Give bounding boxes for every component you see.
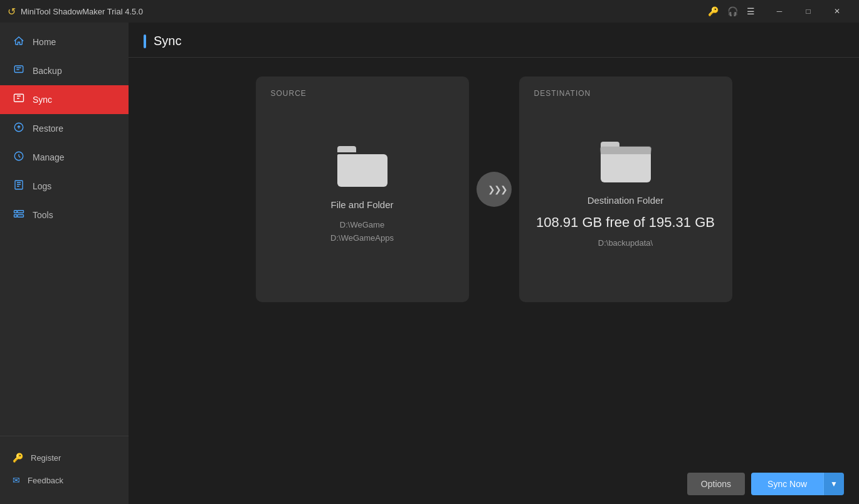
key-icon[interactable]: 🔑 bbox=[708, 6, 719, 16]
titlebar: ↺ MiniTool ShadowMaker Trial 4.5.0 🔑 🎧 ☰… bbox=[0, 0, 859, 23]
maximize-button[interactable]: □ bbox=[794, 0, 823, 23]
sidebar-nav: Home Backup Sync Restore bbox=[0, 23, 129, 436]
headphone-icon[interactable]: 🎧 bbox=[727, 6, 738, 16]
sync-now-group: Sync Now ▼ bbox=[751, 473, 844, 495]
sync-icon bbox=[13, 93, 25, 107]
titlebar-icons: 🔑 🎧 ☰ bbox=[708, 6, 755, 16]
sidebar-label-manage: Manage bbox=[33, 152, 65, 162]
destination-folder-icon bbox=[601, 142, 651, 182]
source-card[interactable]: SOURCE File and Folder D:\WeGame D:\WeGa… bbox=[256, 76, 469, 302]
source-label: SOURCE bbox=[271, 89, 307, 98]
sync-arrow: ❯❯❯ bbox=[469, 76, 519, 302]
destination-path: D:\backupdata\ bbox=[598, 237, 653, 250]
sidebar-label-backup: Backup bbox=[33, 66, 62, 76]
arrow-circle: ❯❯❯ bbox=[477, 172, 512, 207]
sidebar-label-sync: Sync bbox=[33, 95, 52, 105]
minimize-button[interactable]: ─ bbox=[765, 0, 794, 23]
restore-icon bbox=[13, 122, 25, 135]
content-area: Sync SOURCE File and Folder D:\WeGame D:… bbox=[129, 23, 859, 504]
close-button[interactable]: ✕ bbox=[823, 0, 851, 23]
header-accent bbox=[144, 34, 146, 48]
destination-label: DESTINATION bbox=[534, 89, 591, 98]
backup-icon bbox=[13, 64, 25, 78]
sidebar-item-backup[interactable]: Backup bbox=[0, 56, 129, 85]
source-main-text: File and Folder bbox=[330, 199, 393, 210]
svg-rect-6 bbox=[14, 215, 18, 218]
page-title: Sync bbox=[154, 34, 181, 48]
menu-icon[interactable]: ☰ bbox=[747, 6, 755, 16]
arrow-symbol: ❯❯❯ bbox=[485, 184, 507, 194]
sidebar: Home Backup Sync Restore bbox=[0, 23, 129, 504]
sync-body: SOURCE File and Folder D:\WeGame D:\WeGa… bbox=[129, 58, 859, 464]
app-logo-icon: ↺ bbox=[8, 6, 16, 18]
sidebar-bottom: 🔑 Register ✉ Feedback bbox=[0, 436, 129, 504]
tools-icon bbox=[13, 208, 25, 222]
footer: Options Sync Now ▼ bbox=[129, 464, 859, 504]
sidebar-item-restore[interactable]: Restore bbox=[0, 114, 129, 143]
sidebar-label-home: Home bbox=[33, 37, 56, 47]
source-paths: D:\WeGame D:\WeGameApps bbox=[330, 219, 394, 245]
sidebar-item-register[interactable]: 🔑 Register bbox=[0, 446, 129, 469]
sidebar-item-feedback[interactable]: ✉ Feedback bbox=[0, 469, 129, 491]
svg-rect-1 bbox=[14, 94, 24, 102]
sidebar-item-sync[interactable]: Sync bbox=[0, 85, 129, 114]
options-button[interactable]: Options bbox=[687, 473, 745, 495]
destination-main-text: Destination Folder bbox=[588, 195, 664, 206]
window-controls: ─ □ ✕ bbox=[765, 0, 851, 23]
app-title: MiniTool ShadowMaker Trial 4.5.0 bbox=[21, 7, 708, 16]
sidebar-item-home[interactable]: Home bbox=[0, 28, 129, 56]
sidebar-item-logs[interactable]: Logs bbox=[0, 172, 129, 201]
destination-size: 108.91 GB free of 195.31 GB bbox=[536, 214, 715, 231]
destination-card[interactable]: DESTINATION Destination Folder 108.91 GB… bbox=[519, 76, 732, 302]
main-layout: Home Backup Sync Restore bbox=[0, 23, 859, 504]
svg-rect-4 bbox=[15, 181, 23, 189]
feedback-icon: ✉ bbox=[13, 475, 20, 485]
svg-rect-8 bbox=[18, 215, 24, 218]
register-label: Register bbox=[31, 453, 61, 463]
feedback-label: Feedback bbox=[28, 476, 63, 485]
svg-rect-5 bbox=[14, 211, 18, 213]
svg-rect-7 bbox=[18, 211, 24, 213]
source-folder-icon bbox=[337, 146, 387, 187]
sidebar-label-logs: Logs bbox=[33, 181, 51, 191]
home-icon bbox=[13, 35, 25, 49]
sidebar-item-tools[interactable]: Tools bbox=[0, 201, 129, 229]
logs-icon bbox=[13, 179, 25, 193]
sync-now-dropdown-button[interactable]: ▼ bbox=[823, 473, 844, 495]
page-header: Sync bbox=[129, 23, 859, 58]
manage-icon bbox=[13, 150, 25, 164]
register-icon: 🔑 bbox=[13, 453, 23, 463]
svg-rect-0 bbox=[14, 66, 23, 73]
sidebar-label-tools: Tools bbox=[33, 210, 53, 220]
sidebar-label-restore: Restore bbox=[33, 123, 63, 134]
sidebar-item-manage[interactable]: Manage bbox=[0, 143, 129, 172]
sync-now-button[interactable]: Sync Now bbox=[751, 473, 823, 495]
